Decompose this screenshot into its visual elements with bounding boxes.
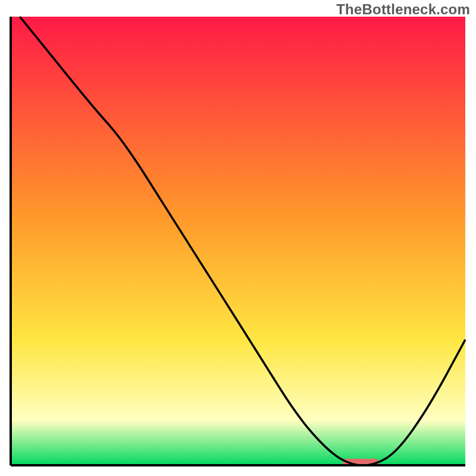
chart-container: TheBottleneck.com: [0, 0, 476, 476]
plot-background: [11, 17, 465, 465]
bottleneck-chart: [0, 0, 476, 476]
watermark-text: TheBottleneck.com: [336, 1, 470, 18]
